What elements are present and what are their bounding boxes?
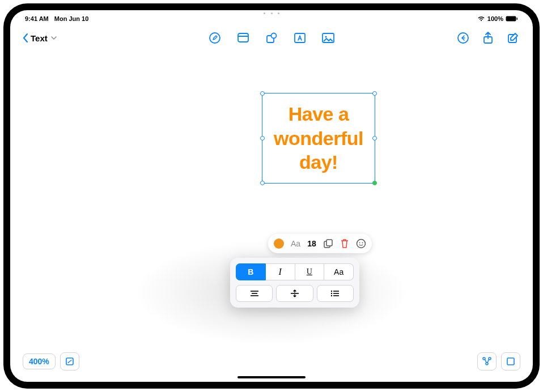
battery-icon bbox=[506, 16, 518, 22]
svg-point-9 bbox=[325, 36, 326, 37]
svg-rect-0 bbox=[506, 16, 516, 22]
top-toolbar: Text bbox=[10, 27, 533, 49]
font-picker-button[interactable]: Aa bbox=[291, 239, 300, 248]
status-date: Mon Jun 10 bbox=[54, 15, 89, 22]
back-label: Text bbox=[31, 33, 48, 43]
text-color-swatch[interactable] bbox=[274, 238, 284, 249]
canvas[interactable]: Have a wonderful day! Aa 18 bbox=[10, 49, 533, 382]
resize-handle-bl[interactable] bbox=[260, 181, 265, 185]
share-button[interactable] bbox=[481, 31, 495, 45]
resize-handle-tr[interactable] bbox=[372, 91, 377, 96]
svg-point-2 bbox=[210, 33, 220, 43]
svg-point-17 bbox=[362, 242, 363, 244]
svg-point-26 bbox=[331, 295, 332, 296]
selected-text-box[interactable]: Have a wonderful day! bbox=[262, 93, 375, 184]
svg-rect-3 bbox=[238, 33, 248, 42]
font-size-button[interactable]: 18 bbox=[307, 239, 316, 248]
pen-tool-button[interactable] bbox=[207, 31, 222, 45]
underline-button[interactable]: U bbox=[295, 263, 325, 280]
wifi-icon bbox=[477, 16, 485, 22]
chevron-down-icon bbox=[51, 36, 57, 40]
text-tool-button[interactable] bbox=[292, 31, 307, 45]
ipad-frame: 9:41 AM Mon Jun 10 100% Text bbox=[3, 3, 540, 389]
svg-point-16 bbox=[359, 242, 360, 244]
image-tool-button[interactable] bbox=[321, 31, 336, 45]
delete-button[interactable] bbox=[340, 238, 349, 249]
duplicate-button[interactable] bbox=[323, 238, 333, 249]
compose-button[interactable] bbox=[506, 31, 520, 45]
svg-rect-34 bbox=[507, 358, 514, 365]
svg-point-24 bbox=[331, 293, 332, 294]
svg-rect-7 bbox=[295, 33, 305, 42]
text-box-content[interactable]: Have a wonderful day! bbox=[262, 102, 375, 174]
more-emoji-button[interactable] bbox=[356, 238, 366, 249]
sticky-note-button[interactable] bbox=[236, 31, 251, 45]
svg-point-32 bbox=[489, 357, 491, 360]
align-vertical-button[interactable] bbox=[276, 285, 313, 302]
resize-handle-mr[interactable] bbox=[372, 136, 377, 140]
status-time: 9:41 AM bbox=[25, 15, 49, 22]
align-horizontal-button[interactable] bbox=[236, 285, 273, 302]
svg-point-15 bbox=[357, 240, 365, 248]
minimap-button[interactable] bbox=[501, 352, 520, 370]
home-indicator[interactable] bbox=[237, 376, 306, 378]
screen: 9:41 AM Mon Jun 10 100% Text bbox=[10, 10, 533, 382]
list-button[interactable] bbox=[317, 285, 354, 302]
undo-button[interactable] bbox=[456, 31, 470, 45]
navigator-button[interactable] bbox=[60, 352, 79, 370]
text-context-toolbar: Aa 18 bbox=[268, 234, 372, 253]
svg-point-31 bbox=[483, 357, 485, 360]
status-battery-text: 100% bbox=[487, 15, 503, 22]
share-collaborate-button[interactable] bbox=[477, 352, 497, 370]
shape-tool-button[interactable] bbox=[264, 31, 279, 45]
bold-button[interactable]: B bbox=[236, 263, 266, 280]
svg-rect-14 bbox=[326, 240, 332, 246]
resize-handle-ml[interactable] bbox=[260, 136, 265, 140]
resize-handle-tl[interactable] bbox=[260, 91, 265, 96]
text-case-button[interactable]: Aa bbox=[324, 263, 354, 280]
back-button[interactable]: Text bbox=[23, 33, 57, 43]
svg-point-22 bbox=[331, 291, 332, 292]
chevron-left-icon bbox=[23, 33, 28, 42]
svg-point-33 bbox=[486, 363, 488, 365]
zoom-level-button[interactable]: 400% bbox=[23, 353, 56, 369]
svg-rect-1 bbox=[517, 18, 518, 20]
svg-marker-30 bbox=[71, 360, 72, 362]
resize-handle-br[interactable] bbox=[372, 181, 377, 185]
svg-point-6 bbox=[272, 33, 277, 39]
status-bar: 9:41 AM Mon Jun 10 100% bbox=[10, 14, 533, 24]
text-format-panel: B I U Aa bbox=[230, 258, 359, 308]
italic-button[interactable]: I bbox=[266, 263, 295, 280]
